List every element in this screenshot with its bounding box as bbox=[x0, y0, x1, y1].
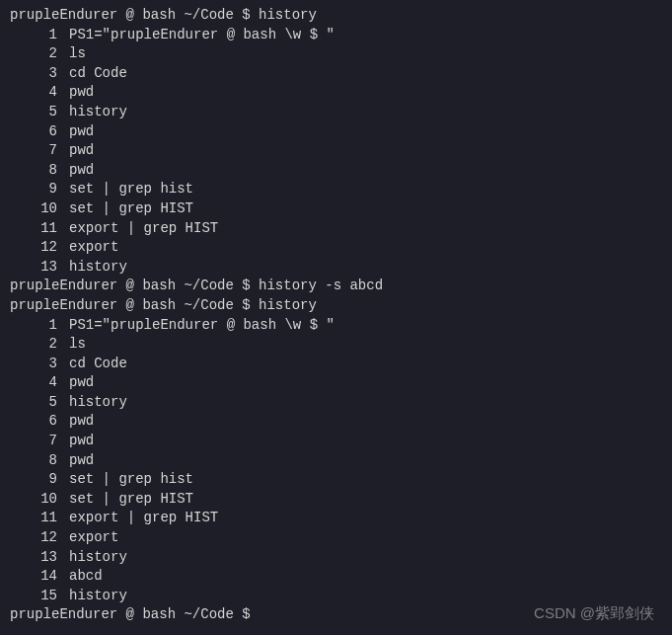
history-entry: 13history bbox=[10, 548, 662, 568]
history-number: 4 bbox=[10, 83, 57, 103]
history-command: abcd bbox=[57, 567, 103, 587]
history-entry: 9set | grep hist bbox=[10, 180, 662, 199]
history-command: pwd bbox=[57, 161, 94, 181]
history-command: PS1="prupleEndurer @ bash \w $ " bbox=[57, 26, 335, 45]
history-number: 3 bbox=[10, 355, 57, 374]
history-number: 5 bbox=[10, 103, 57, 122]
history-command: pwd bbox=[57, 373, 94, 393]
history-number: 13 bbox=[10, 548, 57, 568]
history-number: 10 bbox=[10, 490, 57, 510]
history-entry: 8pwd bbox=[10, 451, 662, 471]
history-command: cd Code bbox=[57, 64, 127, 84]
history-command: export | grep HIST bbox=[57, 219, 218, 239]
prompt: prupleEndurer @ bash ~/Code $ bbox=[10, 278, 259, 293]
history-command: pwd bbox=[57, 412, 94, 432]
history-command: pwd bbox=[57, 83, 94, 103]
prompt-line[interactable]: prupleEndurer @ bash ~/Code $ history bbox=[10, 6, 662, 26]
history-entry: 12export bbox=[10, 528, 662, 548]
history-number: 7 bbox=[10, 432, 57, 451]
prompt-line[interactable]: prupleEndurer @ bash ~/Code $ history -s… bbox=[10, 277, 662, 296]
history-command: cd Code bbox=[57, 355, 127, 374]
history-command: pwd bbox=[57, 122, 94, 142]
history-number: 6 bbox=[10, 122, 57, 142]
history-command: history bbox=[57, 393, 127, 413]
history-number: 11 bbox=[10, 509, 57, 528]
history-command: set | grep HIST bbox=[57, 490, 193, 510]
prompt-line-active[interactable]: prupleEndurer @ bash ~/Code $ bbox=[10, 605, 662, 625]
history-command: history bbox=[57, 103, 127, 122]
history-number: 12 bbox=[10, 528, 57, 548]
history-command: pwd bbox=[57, 451, 94, 471]
history-number: 2 bbox=[10, 44, 57, 64]
history-number: 11 bbox=[10, 219, 57, 239]
history-entry: 9set | grep hist bbox=[10, 470, 662, 490]
history-command: set | grep hist bbox=[57, 470, 193, 490]
history-entry: 4pwd bbox=[10, 83, 662, 103]
command-input: history bbox=[259, 7, 317, 23]
history-entry: 6pwd bbox=[10, 122, 662, 142]
history-number: 3 bbox=[10, 64, 57, 84]
history-entry: 8pwd bbox=[10, 161, 662, 181]
history-number: 6 bbox=[10, 412, 57, 432]
history-number: 12 bbox=[10, 238, 57, 258]
history-entry: 5history bbox=[10, 103, 662, 122]
history-command: history bbox=[57, 548, 127, 568]
history-output-1: 1PS1="prupleEndurer @ bash \w $ " 2ls 3c… bbox=[10, 26, 662, 278]
history-number: 15 bbox=[10, 587, 57, 606]
command-input: history bbox=[259, 297, 317, 313]
history-number: 9 bbox=[10, 470, 57, 490]
history-command: pwd bbox=[57, 141, 94, 161]
history-command: export | grep HIST bbox=[57, 509, 218, 528]
history-entry: 1PS1="prupleEndurer @ bash \w $ " bbox=[10, 316, 662, 336]
history-entry: 7pwd bbox=[10, 432, 662, 451]
history-command: export bbox=[57, 528, 118, 548]
history-entry: 3cd Code bbox=[10, 355, 662, 374]
history-entry: 5history bbox=[10, 393, 662, 413]
history-command: ls bbox=[57, 44, 86, 64]
history-number: 2 bbox=[10, 335, 57, 355]
history-entry: 11export | grep HIST bbox=[10, 219, 662, 239]
history-entry: 3cd Code bbox=[10, 64, 662, 84]
history-entry: 11export | grep HIST bbox=[10, 509, 662, 528]
history-entry: 14abcd bbox=[10, 567, 662, 587]
history-command: export bbox=[57, 238, 118, 258]
prompt: prupleEndurer @ bash ~/Code $ bbox=[10, 297, 259, 313]
history-entry: 10set | grep HIST bbox=[10, 490, 662, 510]
history-entry: 6pwd bbox=[10, 412, 662, 432]
history-entry: 10set | grep HIST bbox=[10, 199, 662, 219]
history-command: PS1="prupleEndurer @ bash \w $ " bbox=[57, 316, 335, 336]
history-number: 7 bbox=[10, 141, 57, 161]
prompt: prupleEndurer @ bash ~/Code $ bbox=[10, 606, 259, 622]
history-entry: 2ls bbox=[10, 335, 662, 355]
history-number: 8 bbox=[10, 161, 57, 181]
command-input: history -s abcd bbox=[259, 278, 383, 293]
history-output-2: 1PS1="prupleEndurer @ bash \w $ " 2ls 3c… bbox=[10, 316, 662, 606]
history-number: 10 bbox=[10, 199, 57, 219]
history-number: 14 bbox=[10, 567, 57, 587]
history-command: set | grep HIST bbox=[57, 199, 193, 219]
history-entry: 2ls bbox=[10, 44, 662, 64]
prompt: prupleEndurer @ bash ~/Code $ bbox=[10, 7, 259, 23]
history-number: 1 bbox=[10, 316, 57, 336]
history-entry: 4pwd bbox=[10, 373, 662, 393]
history-entry: 12export bbox=[10, 238, 662, 258]
prompt-line[interactable]: prupleEndurer @ bash ~/Code $ history bbox=[10, 296, 662, 316]
terminal-output: prupleEndurer @ bash ~/Code $ history 1P… bbox=[10, 6, 662, 625]
history-number: 8 bbox=[10, 451, 57, 471]
history-command: ls bbox=[57, 335, 86, 355]
history-number: 1 bbox=[10, 26, 57, 45]
history-command: history bbox=[57, 587, 127, 606]
history-command: pwd bbox=[57, 432, 94, 451]
history-number: 5 bbox=[10, 393, 57, 413]
history-command: set | grep hist bbox=[57, 180, 193, 199]
history-number: 13 bbox=[10, 258, 57, 278]
history-command: history bbox=[57, 258, 127, 278]
history-number: 9 bbox=[10, 180, 57, 199]
history-entry: 15history bbox=[10, 587, 662, 606]
history-number: 4 bbox=[10, 373, 57, 393]
history-entry: 7pwd bbox=[10, 141, 662, 161]
history-entry: 13history bbox=[10, 258, 662, 278]
history-entry: 1PS1="prupleEndurer @ bash \w $ " bbox=[10, 26, 662, 45]
